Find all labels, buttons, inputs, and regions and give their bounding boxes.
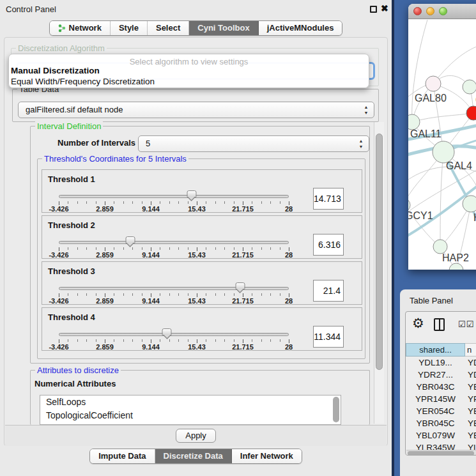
table-row[interactable]: YBR043C YBR0	[406, 381, 476, 393]
table-row[interactable]: YBL079W YBL0	[406, 429, 476, 441]
node-gal80[interactable]	[426, 76, 441, 91]
tab-style[interactable]: Style	[111, 21, 148, 35]
tab-discretize-data[interactable]: Discretize Data	[155, 449, 232, 463]
threshold-3-slider[interactable]	[59, 287, 289, 290]
tab-label: Cyni Toolbox	[197, 21, 249, 35]
threshold-label: Threshold 1	[48, 174, 95, 184]
tab-infer-network[interactable]: Infer Network	[232, 449, 302, 463]
threshold-1-value-field[interactable]: 14.713	[313, 188, 344, 210]
slider-thumb[interactable]	[162, 328, 172, 335]
column-header-name[interactable]: n	[465, 343, 476, 357]
number-of-intervals-combobox[interactable]: 5 ▲▼	[138, 135, 369, 152]
tab-cyni-toolbox[interactable]: Cyni Toolbox	[189, 21, 258, 35]
threshold-label: Threshold 3	[48, 266, 95, 276]
tick-label: 2.859	[96, 343, 114, 351]
popup-option-manual-discretization[interactable]: Manual Discretization	[11, 66, 100, 75]
close-icon[interactable]: ✖	[381, 3, 388, 13]
label-gal4: GAL4	[446, 160, 472, 171]
table-data-combobox[interactable]: galFiltered.sif default node ▲▼	[18, 102, 374, 118]
main-scrollbar[interactable]	[374, 122, 384, 424]
cell-shared-name: YER054C	[406, 405, 465, 417]
table-header: shared... n	[406, 343, 476, 357]
cell-name: YER0	[465, 405, 476, 417]
group-title: Threshold's Coordinates for 5 Intervals	[42, 154, 188, 164]
node-selected-red[interactable]	[466, 106, 476, 120]
table-row[interactable]: YPR145W YPR1	[406, 393, 476, 405]
tick-label: 15.43	[188, 343, 206, 351]
threshold-4-value-field[interactable]: 11.344	[313, 326, 344, 348]
network-graph[interactable]: GAL80 G. C GAL11 GAL4 GCY1 H HAP2	[408, 20, 476, 270]
table-row[interactable]: YDL19... YDL1	[406, 357, 476, 369]
node-hap2[interactable]	[433, 240, 447, 254]
cell-name: YDL1	[465, 357, 476, 369]
tab-label: Impute Data	[98, 449, 146, 463]
tick-label: 15.43	[188, 251, 206, 259]
tick-label: 21.715	[232, 343, 254, 351]
slider-ticks	[59, 339, 289, 342]
minimize-traffic-light-icon[interactable]	[426, 7, 434, 15]
table-row[interactable]: YBR045C YBR0	[406, 417, 476, 429]
threshold-2-slider[interactable]	[59, 241, 289, 244]
node-gal4[interactable]	[433, 141, 454, 163]
scrollbar-thumb[interactable]	[408, 451, 474, 456]
table-row[interactable]: YDR27... YDR2	[406, 369, 476, 381]
tick-label: 28	[285, 205, 293, 213]
close-traffic-light-icon[interactable]	[413, 7, 422, 15]
node-gal11[interactable]	[408, 114, 420, 130]
list-item[interactable]: SelfLoops	[40, 395, 341, 409]
slider-tick-labels: -3.426 2.859 9.144 15.43 21.715 28	[59, 205, 289, 213]
slider-thumb[interactable]	[125, 236, 135, 243]
node-top-right[interactable]	[463, 80, 476, 94]
interval-definition-group: Interval Definition Number of Intervals …	[30, 126, 370, 364]
threshold-1-slider[interactable]	[59, 195, 289, 198]
checkbox-icons[interactable]: ☑☑	[458, 319, 474, 329]
table-row[interactable]: YLR345W YLR3	[406, 441, 476, 450]
tick-label: 21.715	[232, 205, 254, 213]
tick-label: -3.426	[49, 297, 68, 305]
control-panel-titlebar: Control Panel ✖	[0, 0, 392, 18]
list-scrollbar[interactable]	[333, 397, 339, 422]
thresholds-group: Threshold's Coordinates for 5 Intervals …	[37, 158, 365, 359]
zoom-traffic-light-icon[interactable]	[439, 7, 447, 15]
threshold-4-slider[interactable]	[59, 333, 289, 336]
attributes-list[interactable]: SelfLoops TopologicalCoefficient Between…	[40, 395, 341, 425]
node-bottom-partial[interactable]	[449, 263, 463, 270]
tick-label: 9.144	[142, 297, 160, 305]
tab-label: jActiveMNodules	[267, 21, 334, 35]
apply-button[interactable]: Apply	[176, 429, 216, 443]
network-icon	[58, 24, 66, 33]
threshold-2-value-field[interactable]: 6.316	[313, 234, 344, 256]
tab-network[interactable]: Network	[50, 21, 111, 35]
network-canvas[interactable]: GAL80 G. C GAL11 GAL4 GCY1 H HAP2	[408, 20, 476, 270]
horizontal-scrollbar[interactable]	[406, 450, 476, 456]
column-header-shared-name[interactable]: shared...	[406, 343, 465, 357]
float-window-icon[interactable]	[370, 6, 377, 13]
slider-thumb[interactable]	[187, 190, 196, 197]
tab-label: Infer Network	[240, 449, 293, 463]
tab-jactivemnodules[interactable]: jActiveMNodules	[259, 21, 342, 35]
gear-icon[interactable]: ⚙	[412, 316, 424, 331]
control-panel: Control Panel ✖ Network Style	[0, 0, 392, 476]
scrollbar-thumb[interactable]	[376, 134, 383, 370]
tab-label: Style	[119, 21, 139, 35]
screen: Control Panel ✖ Network Style	[0, 0, 476, 476]
combobox-value: 5	[146, 139, 150, 148]
threshold-3-value-field[interactable]: 21.4	[313, 280, 344, 302]
table-row[interactable]: YER054C YER0	[406, 405, 476, 417]
tab-select[interactable]: Select	[148, 21, 189, 35]
network-window-titlebar[interactable]	[408, 4, 476, 19]
cyni-toolbox-panel: Discretization Algorithm Table Data galF…	[4, 37, 388, 446]
label-hap2: HAP2	[442, 252, 469, 263]
slider-ticks	[59, 201, 289, 204]
tick-label: -3.426	[49, 205, 68, 213]
cell-name: YLR3	[465, 441, 476, 450]
slider-thumb[interactable]	[235, 282, 245, 289]
node-h[interactable]	[463, 196, 476, 212]
group-title: Attributes to discretize	[35, 365, 121, 375]
tab-impute-data[interactable]: Impute Data	[90, 449, 155, 463]
columns-icon[interactable]	[434, 318, 445, 331]
list-item[interactable]: TopologicalCoefficient	[40, 409, 341, 422]
tick-label: 15.43	[188, 205, 206, 213]
popup-option-equal-width-frequency[interactable]: Equal Width/Frequency Discretization	[11, 77, 155, 86]
tick-label: 28	[285, 343, 293, 351]
